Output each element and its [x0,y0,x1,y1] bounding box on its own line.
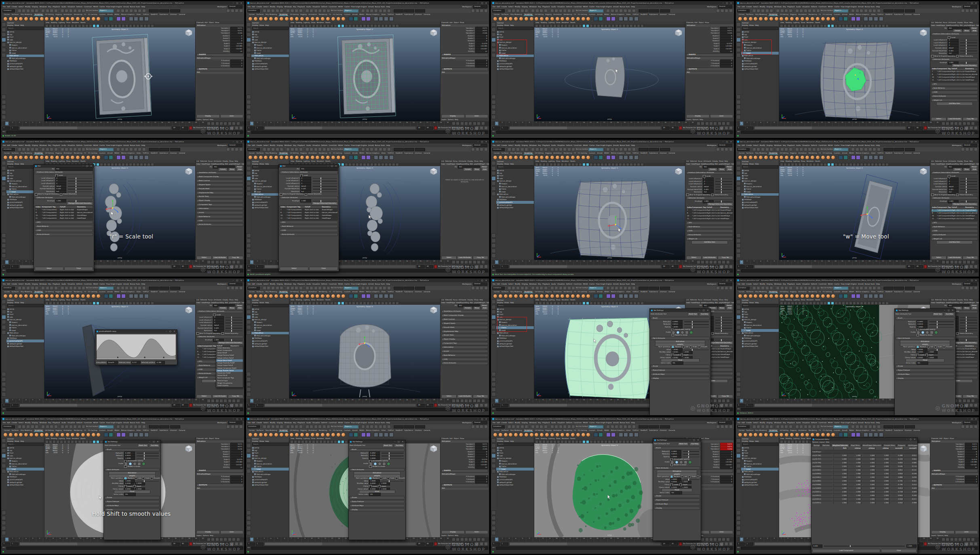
timeline-tick[interactable]: 5 [519,260,526,264]
section-node-behavior[interactable]: Node Behavior [35,225,93,228]
shelf-tab-sculpting[interactable]: Sculpting [524,429,533,432]
panel-toolbar-icon[interactable] [53,440,56,443]
attr-footer-load-attributes[interactable]: Load Attributes [457,256,472,260]
panel-menu-shading[interactable]: Shading [51,299,57,301]
play-forward-icon[interactable] [468,538,472,541]
smooth-mesh-icon[interactable] [389,155,394,160]
snap-view-plane-icon[interactable] [812,425,816,428]
lasso-tool-icon[interactable] [247,166,251,171]
attr-tab-ffd1[interactable]: ffd1 [960,25,963,27]
last-tool-icon[interactable] [736,53,741,57]
weight-cell[interactable]: 1.000 [833,473,847,475]
sculpt-brush-icon[interactable] [571,433,575,437]
panel-menu-view[interactable]: View [535,22,539,24]
panel-toolbar-icon[interactable] [561,163,564,166]
undo-icon[interactable] [765,425,769,428]
construction-history-icon[interactable] [619,425,623,428]
freeze-icon[interactable] [374,155,378,160]
workspace-selector[interactable]: General [473,5,487,8]
timeline-tick[interactable]: 4 [757,537,764,542]
layout-hypershade-icon[interactable] [491,526,496,530]
render-icon[interactable] [379,148,382,151]
attr-checkbox[interactable] [956,332,959,335]
wireframe-icon[interactable] [384,294,388,298]
sidebar-attr-icon[interactable] [471,286,475,290]
compedit-row[interactable]: vtx[31796]1.0001.0001.0001.0000.480-0.01… [811,454,917,457]
panel-toolbar-icon[interactable] [377,163,381,166]
panel-toolbar-icon[interactable] [535,163,538,166]
shelf-tab-general[interactable]: General [424,152,430,154]
move-tool-icon[interactable] [247,315,251,319]
panel-toolbar-icon[interactable] [586,163,589,166]
timeline-tick[interactable]: 19 [859,260,866,264]
panel-toolbar-icon[interactable] [856,163,860,166]
uv-snapshot-icon[interactable] [121,433,126,437]
shelf-tab-redshift[interactable]: RedShift [885,291,892,293]
uv-snapshot-icon[interactable] [856,433,860,437]
panel-toolbar-icon[interactable] [590,302,593,305]
timeline-tick[interactable]: 15 [342,260,349,264]
layout-persp-outliner-icon[interactable] [2,243,6,248]
sculpt-brush-icon[interactable] [571,17,575,21]
step-back-icon[interactable] [460,122,464,125]
shelf-tab-rendering[interactable]: Rendering [319,13,327,15]
timeline-tick[interactable]: 10 [553,121,560,126]
shelf-tab-curves[interactable]: Curves [4,429,10,431]
section-deformer-attributes[interactable]: Deformer Attributes [931,58,978,61]
presets-button[interactable]: Presets [708,168,717,171]
uv-editor-icon[interactable] [116,155,121,160]
undo-icon[interactable] [31,425,34,428]
menu-display[interactable]: Display [522,6,528,8]
shelf-tab-redshift[interactable]: RedShift [396,291,403,293]
redo-icon[interactable] [525,9,528,13]
select-button[interactable]: Select [280,267,308,270]
anim-tab[interactable]: Anim [710,114,733,118]
timeline-tick[interactable]: 21 [138,260,145,264]
coordinate-y-field[interactable] [649,9,659,13]
shelf-tab-arnold[interactable]: Arnold [842,429,847,431]
channelbox-menu-show[interactable]: Show [460,438,464,440]
sculpt-brush-icon[interactable] [96,433,101,437]
timeline-tick[interactable]: 20 [376,121,383,126]
outliner-item-persp[interactable]: persp [741,30,779,33]
sculpt-falloff-icon[interactable] [104,155,108,160]
sculpt-brush-icon[interactable] [65,17,70,21]
step-forward-key-icon[interactable] [967,399,970,403]
timeline-tick[interactable]: 8 [295,537,301,542]
outliner-menu-display[interactable]: Display [252,163,258,165]
timeline-tick[interactable]: 6 [771,260,778,264]
channelbox-menu-show[interactable]: Show [460,22,464,24]
menu-help[interactable]: Help [386,6,390,8]
attr-checkbox[interactable] [931,194,934,196]
attr-slider[interactable] [960,320,977,321]
weight-cell[interactable]: 1.000 [875,455,889,457]
timeline-tick[interactable]: 28 [430,121,437,126]
panel-toolbar-icon[interactable] [396,24,399,27]
timeline-tick[interactable]: 10 [798,121,805,126]
shelf-tab-substance[interactable]: Substance [405,13,413,15]
outliner-item-persp[interactable]: persp [741,446,779,449]
coordinate-y-field[interactable] [404,9,414,13]
timeline-tick[interactable]: 14 [91,121,97,126]
snap-curve-icon[interactable] [554,148,558,151]
sidebar-tool-icon[interactable] [231,286,234,290]
menu-modify[interactable]: Modify [515,422,521,424]
layout-persp-outliner-icon[interactable] [491,521,496,525]
timeline-tick[interactable]: 10 [798,399,805,403]
shelf-tab-uv-editing[interactable]: UV Editing [780,152,788,154]
zoom-tool-icon[interactable] [2,531,6,535]
panel-toolbar-icon[interactable] [114,163,118,166]
shelf-tab-mash[interactable]: MASH [359,152,364,154]
play-back-icon[interactable] [219,399,223,403]
menu-modify[interactable]: Modify [760,422,765,424]
object-mode-icon[interactable] [295,148,298,151]
step-start-icon[interactable] [942,260,945,264]
panel-toolbar-icon[interactable] [133,302,136,305]
shelf-tab-rendering[interactable]: Rendering [809,291,817,293]
last-tool-icon[interactable] [491,192,496,196]
paint-select-tool-icon[interactable] [2,32,6,37]
snap-curve-icon[interactable] [65,148,68,151]
outliner-menu-display[interactable]: Display [742,440,748,442]
shelf-tab-fx[interactable]: FX [574,152,576,154]
panel-toolbar-icon[interactable] [348,302,352,305]
